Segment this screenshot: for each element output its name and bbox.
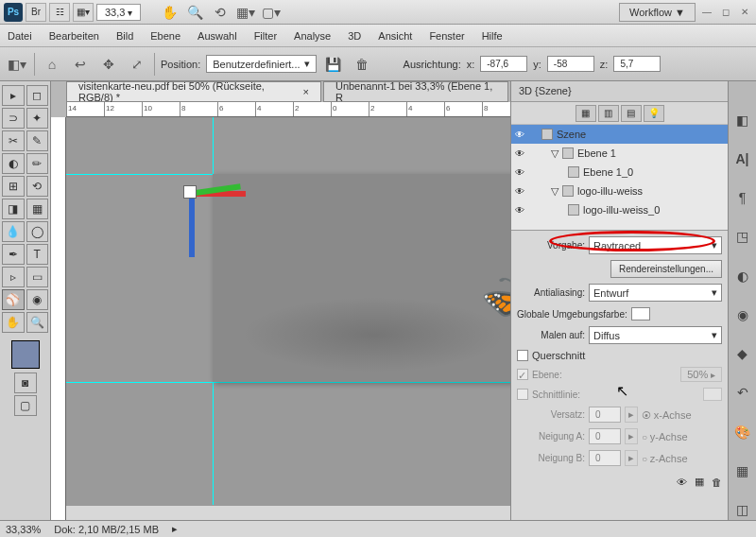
return-icon[interactable]: ↩ bbox=[69, 53, 92, 76]
channels-panel-icon[interactable]: ◐ bbox=[732, 266, 753, 286]
pen-tool[interactable]: ✒ bbox=[2, 244, 25, 265]
doc-tab-1[interactable]: visitenkarte-neu.pdf bei 50% (Rückseite,… bbox=[66, 81, 321, 102]
minimize-button[interactable]: — bbox=[699, 6, 714, 19]
filter-meshes-button[interactable]: ▥ bbox=[598, 105, 619, 122]
filter-materials-button[interactable]: ▤ bbox=[621, 105, 642, 122]
arrange-docs-icon[interactable]: ▦▾ bbox=[234, 1, 257, 24]
blur-tool[interactable]: 💧 bbox=[2, 221, 25, 242]
menu-ansicht[interactable]: Ansicht bbox=[378, 30, 412, 42]
ambient-color-swatch[interactable] bbox=[631, 307, 650, 320]
screen-mode-icon[interactable]: ▢▾ bbox=[260, 1, 283, 24]
styles-panel-icon[interactable]: ◆ bbox=[732, 344, 753, 364]
paragraph-panel-icon[interactable]: ¶ bbox=[732, 188, 753, 208]
zoom-tool-icon[interactable]: 🔍 bbox=[183, 1, 206, 24]
workspace-switcher[interactable]: Workflow ▼ bbox=[619, 3, 696, 22]
heal-tool[interactable]: ◐ bbox=[2, 153, 25, 174]
save-icon[interactable]: 💾 bbox=[322, 53, 345, 76]
axis-center-handle[interactable] bbox=[183, 185, 197, 199]
panel-tab-3d[interactable]: 3D {Szene} bbox=[511, 81, 728, 102]
character-panel-icon[interactable]: A| bbox=[732, 148, 753, 168]
brush-tool[interactable]: ✏ bbox=[26, 153, 49, 174]
hand-tool[interactable]: ✋ bbox=[2, 312, 25, 333]
zoom-tool[interactable]: 🔍 bbox=[26, 312, 49, 333]
3d-orbit-tool[interactable]: ◉ bbox=[26, 289, 49, 310]
wand-tool[interactable]: ✦ bbox=[26, 108, 49, 129]
move-tool[interactable]: ▸ bbox=[2, 85, 25, 106]
scrollbar-horizontal[interactable] bbox=[66, 505, 510, 520]
status-zoom[interactable]: 33,33% bbox=[6, 524, 41, 535]
lasso-tool[interactable]: ⊃ bbox=[2, 108, 25, 129]
z-axis-handle[interactable] bbox=[189, 191, 195, 257]
doc-tab-2[interactable]: Unbenannt-1 bei 33,3% (Ebene 1, R bbox=[323, 81, 508, 102]
scene-row[interactable]: 👁logo-illu-weiss_0 bbox=[511, 200, 728, 219]
screenmode-toggle[interactable]: ▢ bbox=[14, 395, 37, 416]
ruler-vertical[interactable] bbox=[51, 117, 66, 520]
canvas[interactable]: 🦋 bbox=[66, 117, 510, 520]
menu-fenster[interactable]: Fenster bbox=[429, 30, 464, 42]
y-input[interactable] bbox=[547, 56, 594, 72]
ruler-horizontal[interactable]: 141210864202468 bbox=[66, 102, 510, 117]
maximize-button[interactable]: ◻ bbox=[718, 6, 733, 19]
adjustments-panel-icon[interactable]: ◉ bbox=[732, 304, 753, 324]
scene-row[interactable]: 👁▽logo-illu-weiss bbox=[511, 182, 728, 200]
visibility-icon[interactable]: 👁 bbox=[515, 167, 530, 178]
move-icon[interactable]: ✥ bbox=[97, 53, 120, 76]
type-tool[interactable]: T bbox=[26, 244, 49, 265]
visibility-icon[interactable]: 👁 bbox=[515, 186, 530, 197]
3d-rotate-tool[interactable]: ⚾ bbox=[2, 289, 25, 310]
menu-auswahl[interactable]: Auswahl bbox=[198, 30, 237, 42]
menu-datei[interactable]: Datei bbox=[8, 30, 32, 42]
toggle-lights-icon[interactable]: 👁 bbox=[677, 476, 687, 488]
gradient-tool[interactable]: ▦ bbox=[26, 199, 49, 219]
crop-tool[interactable]: ✂ bbox=[2, 130, 25, 151]
3d-axis-widget[interactable] bbox=[132, 157, 246, 270]
bridge-button[interactable]: Br bbox=[26, 3, 46, 22]
filter-lights-button[interactable]: 💡 bbox=[644, 105, 664, 122]
color-panel-icon[interactable]: ◧ bbox=[732, 110, 753, 130]
history-panel-icon[interactable]: ↶ bbox=[732, 383, 753, 403]
dodge-tool[interactable]: ◯ bbox=[26, 221, 49, 242]
history-brush-tool[interactable]: ⟲ bbox=[26, 176, 49, 197]
quickmask-toggle[interactable]: ◙ bbox=[14, 372, 37, 393]
marquee-tool[interactable]: ◻ bbox=[26, 85, 49, 106]
view-extras-button[interactable]: ▦▾ bbox=[73, 3, 94, 22]
scene-row[interactable]: 👁Ebene 1_0 bbox=[511, 163, 728, 182]
position-dropdown[interactable]: Benutzerdefiniert...▾ bbox=[206, 55, 316, 73]
menu-analyse[interactable]: Analyse bbox=[294, 30, 331, 42]
scene-tree[interactable]: 👁Szene👁▽Ebene 1👁Ebene 1_0👁▽logo-illu-wei… bbox=[511, 125, 728, 231]
z-input[interactable] bbox=[613, 56, 661, 72]
visibility-icon[interactable]: 👁 bbox=[515, 205, 530, 216]
menu-filter[interactable]: Filter bbox=[254, 30, 277, 42]
vorgabe-dropdown[interactable]: Raytraced▾ bbox=[589, 236, 722, 254]
delete-icon[interactable]: 🗑 bbox=[351, 53, 373, 76]
paint-on-dropdown[interactable]: Diffus▾ bbox=[589, 326, 722, 344]
guide-horizontal[interactable] bbox=[66, 382, 510, 383]
scene-row[interactable]: 👁Szene bbox=[511, 125, 728, 144]
shape-tool[interactable]: ▭ bbox=[26, 267, 49, 287]
eraser-tool[interactable]: ◨ bbox=[2, 199, 25, 219]
home-icon[interactable]: ⌂ bbox=[41, 53, 63, 76]
menu-3d[interactable]: 3D bbox=[348, 30, 361, 42]
nav-panel-icon[interactable]: ◳ bbox=[732, 227, 753, 247]
scene-row[interactable]: 👁▽Ebene 1 bbox=[511, 144, 728, 163]
artboard[interactable]: 🦋 bbox=[213, 174, 510, 382]
tool-preset-icon[interactable]: ◧▾ bbox=[6, 53, 28, 76]
scale-icon[interactable]: ⤢ bbox=[126, 53, 148, 76]
paths-panel-icon[interactable]: ◫ bbox=[732, 500, 753, 520]
menu-hilfe[interactable]: Hilfe bbox=[482, 30, 503, 42]
status-doc-size[interactable]: Dok: 2,10 MB/2,15 MB bbox=[54, 524, 159, 535]
layers-panel-icon[interactable]: ▦ bbox=[732, 460, 753, 480]
visibility-icon[interactable]: 👁 bbox=[515, 130, 530, 140]
eyedropper-tool[interactable]: ✎ bbox=[26, 130, 49, 151]
antialiasing-dropdown[interactable]: Entwurf▾ bbox=[589, 284, 722, 302]
rotate-view-icon[interactable]: ⟲ bbox=[209, 1, 232, 24]
menu-ebene[interactable]: Ebene bbox=[150, 30, 180, 42]
toggle-ground-icon[interactable]: ▦ bbox=[695, 476, 704, 488]
close-icon[interactable]: × bbox=[303, 86, 309, 97]
foreground-color[interactable] bbox=[11, 340, 40, 369]
menu-bild[interactable]: Bild bbox=[116, 30, 133, 42]
hand-tool-icon[interactable]: ✋ bbox=[158, 1, 180, 24]
querschnitt-checkbox[interactable] bbox=[517, 350, 528, 361]
render-settings-button[interactable]: Rendereinstellungen... bbox=[610, 260, 722, 278]
menu-bearbeiten[interactable]: Bearbeiten bbox=[49, 30, 99, 42]
